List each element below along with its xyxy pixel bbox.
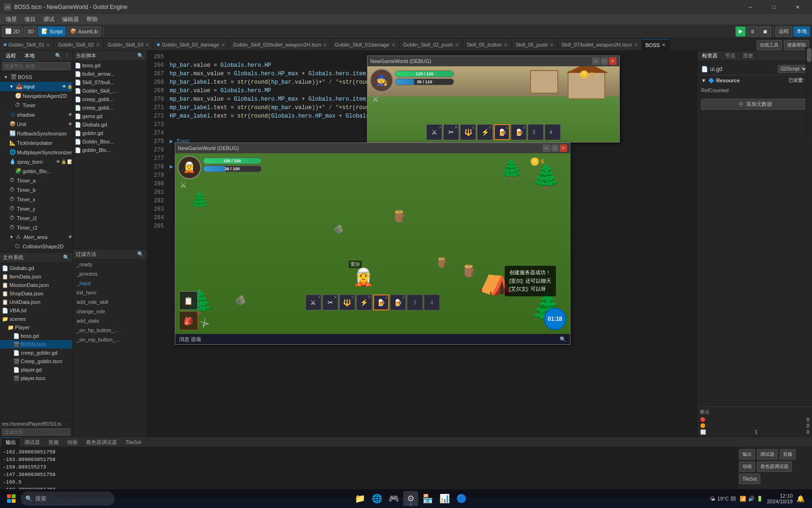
taskbar-app-files[interactable]: 📁 xyxy=(352,491,367,506)
battery-icon[interactable]: 🔋 xyxy=(757,496,763,502)
method-search-icon[interactable]: 🔍 xyxy=(137,251,144,257)
tab-goblin-push[interactable]: Goblin_Skill_02_push ✕ xyxy=(399,39,463,50)
tree-item-timer-a[interactable]: ⏱ Timer_a xyxy=(0,176,72,185)
skill-slot-2[interactable]: 🍺2 xyxy=(511,124,527,140)
taskbar-app-store[interactable]: 🏪 xyxy=(420,491,435,506)
tab-goblin-skill-01[interactable]: Goblin_Skill_01 ✕ xyxy=(0,39,54,50)
tab-skill-07-bullet[interactable]: Skill_07/bullet_weapon2H.tscn ✕ xyxy=(558,39,642,50)
taskbar-app-game[interactable]: 🎮 xyxy=(386,491,401,506)
script-bullet2[interactable]: 📄 Skill_07/bull... xyxy=(73,78,147,87)
method-on-mp[interactable]: _on_mp_button_... xyxy=(73,335,147,344)
audio-output-button[interactable]: 音频 xyxy=(780,449,796,460)
script-goblin-blo[interactable]: 📄 goblin_Blo... xyxy=(73,146,147,154)
scene-filter-input[interactable] xyxy=(2,62,70,70)
skill-slot-3[interactable]: 3 xyxy=(528,124,544,140)
file-globals[interactable]: 📄 Globals.gd xyxy=(0,264,72,272)
tab-boss[interactable]: BOSS ✕ xyxy=(642,39,670,50)
file-boss-gd[interactable]: 📄 boss.gd xyxy=(0,332,72,340)
volume-icon[interactable]: 🔊 xyxy=(748,496,755,502)
taskbar-app-excel[interactable]: 📊 xyxy=(437,491,452,506)
tab-goblin-skill-02[interactable]: Goblin_Skill_02 ✕ xyxy=(54,39,103,50)
output-tab[interactable]: 输出 xyxy=(2,437,20,447)
game-maximize-2[interactable]: □ xyxy=(551,144,559,152)
method-on-hp[interactable]: _on_hp_button_... xyxy=(73,325,147,335)
tab-history[interactable]: 历史 xyxy=(740,52,756,59)
file-player-tscn[interactable]: 🎬 player.tscn xyxy=(0,374,72,382)
file-creep-goblin-gd[interactable]: 📄 creep_goblin.gd xyxy=(0,349,72,357)
method-process[interactable]: _process xyxy=(73,269,147,278)
file-missiondata[interactable]: 📋 MissionData.json xyxy=(0,281,72,289)
mode-2d-button[interactable]: ⬜ 2D xyxy=(2,26,23,37)
method-init-hero[interactable]: init_hero xyxy=(73,288,147,297)
tab-goblin-02damage[interactable]: Goblin_Skill_02damage ✕ xyxy=(331,39,399,50)
menu-debug[interactable]: 调试 xyxy=(39,15,58,24)
tree-item-timer-y[interactable]: ⏱ Timer_y xyxy=(0,204,72,214)
online-tools[interactable]: 在线工具 xyxy=(757,40,782,50)
tab-skill-05-button[interactable]: Skill_05_button ✕ xyxy=(463,39,512,50)
skill-slot-2-2[interactable]: 🍺2 xyxy=(390,294,406,310)
debugger-tab[interactable]: 调试器 xyxy=(21,437,44,447)
game-maximize-1[interactable]: □ xyxy=(601,57,608,65)
game-minimize-2[interactable]: ─ xyxy=(543,144,550,152)
scroll-thumb[interactable] xyxy=(807,51,812,62)
tree-item-timer-x[interactable]: ⏱ Timer_x xyxy=(0,195,72,204)
file-shopdata[interactable]: 📋 ShopData.json xyxy=(0,289,72,298)
game-search-icon[interactable]: 🔍 xyxy=(560,336,566,342)
method-change-role[interactable]: change_role xyxy=(73,307,147,316)
scene-search-icon[interactable]: 🔍 xyxy=(55,53,62,59)
inspector-type-select[interactable]: GDScript xyxy=(778,65,808,73)
skill-slot-u[interactable]: ⚡U xyxy=(477,124,493,140)
debug-output-button[interactable]: 调试器 xyxy=(757,449,778,460)
menu-help[interactable]: 帮助 xyxy=(83,15,102,24)
tab-bullet[interactable]: Goblin_Skill_02/bullet_weapon2H.tscn ✕ xyxy=(229,39,331,50)
tab-close[interactable]: ✕ xyxy=(323,42,327,48)
game-minimize-1[interactable]: ─ xyxy=(592,57,600,65)
tab-close[interactable]: ✕ xyxy=(504,42,508,48)
folder-player[interactable]: 📁 Player xyxy=(0,323,72,332)
game-window-1[interactable]: NewGameWorld (DEBUG) ─ □ ✕ xyxy=(367,56,620,143)
inventory-button[interactable]: 🎒 xyxy=(179,311,198,330)
file-vba[interactable]: 📄 VBA.txt xyxy=(0,306,72,315)
skill-slot-1[interactable]: 🍺1 xyxy=(494,124,510,140)
folder-scenes[interactable]: 📁 scenes xyxy=(0,315,72,323)
taskbar-search-bar[interactable]: 🔍 搜索 xyxy=(21,492,115,506)
skill-slot-4[interactable]: 4 xyxy=(545,124,561,140)
script-game[interactable]: 📄 game.gd xyxy=(73,112,147,120)
mission-button[interactable]: 📋 xyxy=(179,291,198,310)
pause-button[interactable]: ⏸ xyxy=(747,26,758,37)
tab-goblin-skill-03[interactable]: Goblin_Skill_03 ✕ xyxy=(104,39,153,50)
tab-close[interactable]: ✕ xyxy=(455,42,459,48)
close-button[interactable]: ✕ xyxy=(787,0,808,14)
notification-button[interactable]: 🔔 xyxy=(796,495,804,502)
filelist-search-icon[interactable]: 🔍 xyxy=(137,53,144,59)
skill-slot-2-u[interactable]: ⚡U xyxy=(356,294,372,310)
shader-output-button[interactable]: 着色器调试器 xyxy=(757,461,792,472)
tab-close[interactable]: ✕ xyxy=(96,42,100,48)
animation-tab[interactable]: 动画 xyxy=(63,437,81,447)
file-unitdata[interactable]: 📋 UnitData.json xyxy=(0,298,72,306)
resource-title[interactable]: ▼ 🔷 Resource 已设置: 4 xyxy=(699,75,810,86)
file-itemdata[interactable]: 📋 ItemData.json xyxy=(0,272,72,281)
script-goblin-bloc[interactable]: 📄 Goblin_Bloc... xyxy=(73,137,147,146)
skill-slot-2-l[interactable]: 🔱L xyxy=(339,294,355,310)
tab-node[interactable]: 节点 xyxy=(722,52,738,59)
file-boss-tscn[interactable]: 🎬 BOSS.tscn xyxy=(0,340,72,349)
script-bullet[interactable]: 📄 bullet_arrow... xyxy=(73,70,147,78)
script-globals[interactable]: 📄 Globals.gd xyxy=(73,120,147,129)
method-ready[interactable]: _ready xyxy=(73,260,147,269)
skill-slot-2-4[interactable]: 4 xyxy=(424,294,440,310)
menu-project[interactable]: 项目 xyxy=(21,15,39,24)
tab-goblin-skill-03-damage[interactable]: Goblin_Skill_03_damage ✕ xyxy=(153,39,229,50)
game-window-2[interactable]: NewGameWorld (DEBUG) ─ □ ✕ 🌲 🌲 xyxy=(175,143,570,345)
file-creep-goblin-tscn[interactable]: 🎬 Creep_goblin.tscn xyxy=(0,357,72,365)
scene-options-icon[interactable]: ⋮ xyxy=(64,53,70,59)
skill-slot-2-k[interactable]: ✂K xyxy=(322,294,338,310)
tree-item-collision[interactable]: ⬡ CollisionShape2D xyxy=(0,242,72,251)
method-add-role-skill[interactable]: add_role_skill xyxy=(73,297,147,307)
skill-slot-2-3[interactable]: 3 xyxy=(407,294,423,310)
tab-skill-05-push[interactable]: Skill_05_push ✕ xyxy=(512,39,558,50)
skill-slot-2-j[interactable]: ⚔J xyxy=(305,294,321,310)
tab-inspector[interactable]: 检查器 xyxy=(699,52,720,59)
fs-search-icon[interactable]: 🔍 xyxy=(63,254,70,261)
taskbar-app-chrome[interactable]: 🔵 xyxy=(454,491,469,506)
